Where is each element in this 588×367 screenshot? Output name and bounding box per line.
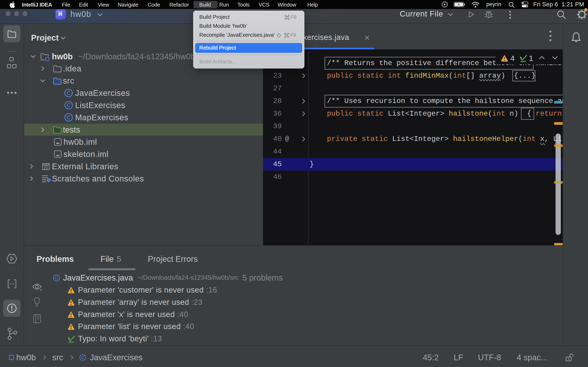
svg-text:C: C [67, 115, 70, 120]
svg-text:C: C [81, 355, 84, 360]
svg-text:C: C [55, 275, 58, 280]
svg-text:C: C [67, 102, 70, 108]
svg-text:C: C [67, 90, 70, 96]
